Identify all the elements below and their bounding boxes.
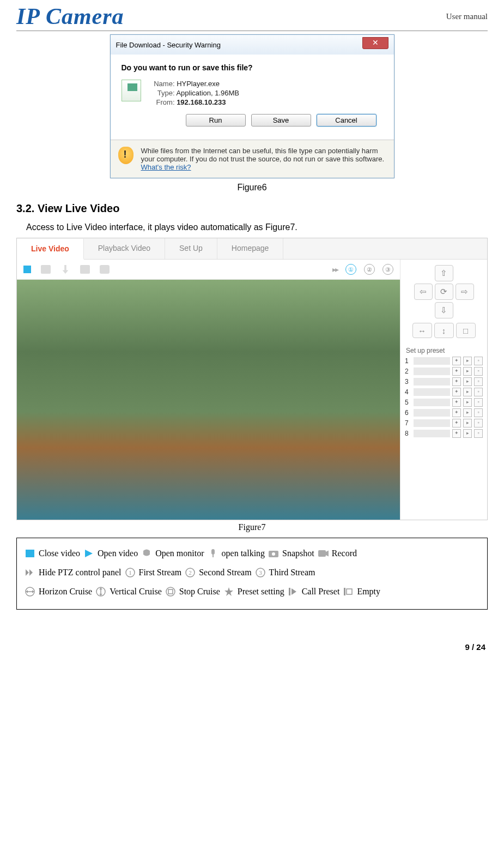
preset-input[interactable]	[414, 399, 450, 406]
type-label: Type:	[149, 89, 175, 97]
save-button[interactable]: Save	[251, 114, 311, 127]
close-icon[interactable]: ✕	[362, 37, 388, 49]
svg-marker-28	[292, 588, 296, 595]
svg-marker-1	[85, 550, 93, 557]
preset-set-icon[interactable]: ✦	[452, 367, 461, 376]
preset-set-icon[interactable]: ✦	[452, 377, 461, 386]
svg-marker-23	[99, 594, 102, 595]
preset-call-icon[interactable]: ▸	[463, 367, 472, 376]
preset-set-icon[interactable]: ✦	[452, 429, 461, 438]
page-number: 9 / 24	[16, 642, 488, 652]
preset-empty-icon[interactable]: ▫	[474, 408, 483, 417]
preset-set-icon[interactable]: ✦	[452, 388, 461, 396]
preset-call-icon[interactable]: ▸	[463, 419, 472, 427]
preset-set-icon[interactable]: ✦	[452, 419, 461, 427]
access-text: Access to Live Video interface, it plays…	[26, 222, 488, 232]
preset-input[interactable]	[414, 409, 450, 417]
svg-marker-22	[99, 588, 102, 589]
svg-marker-26	[224, 587, 233, 596]
legend-snapshot: Snapshot	[282, 544, 314, 563]
stream-1[interactable]: ①	[345, 264, 356, 275]
svg-rect-6	[318, 550, 326, 557]
svg-marker-19	[32, 590, 34, 593]
svg-text:2: 2	[189, 569, 192, 576]
preset-call-icon[interactable]: ▸	[463, 408, 472, 417]
preset-empty-icon[interactable]: ▫	[474, 419, 483, 427]
legend-empty: Empty	[357, 582, 380, 601]
legend-vertical-cruise: Vertical Cruise	[110, 582, 162, 601]
legend-horizon-cruise: Horizon Cruise	[39, 582, 92, 601]
snapshot-icon[interactable]	[80, 265, 90, 274]
stream-3[interactable]: ③	[382, 264, 393, 275]
second-stream-icon: 2	[185, 568, 196, 577]
preset-set-icon[interactable]: ✦	[452, 408, 461, 417]
preset-call-icon[interactable]: ▸	[463, 398, 472, 407]
ptz-up[interactable]: ⇧	[435, 265, 453, 281]
preset-set-icon[interactable]: ✦	[452, 398, 461, 407]
ptz-right[interactable]: ⇨	[456, 284, 474, 300]
tab-setup[interactable]: Set Up	[165, 238, 217, 259]
preset-empty-icon[interactable]: ▫	[474, 377, 483, 386]
svg-rect-30	[347, 589, 352, 594]
dialog-question: Do you want to run or save this file?	[122, 63, 383, 72]
preset-call-icon[interactable]: ▸	[463, 429, 472, 438]
preset-input[interactable]	[414, 430, 450, 437]
preset-input[interactable]	[414, 419, 450, 427]
risk-link[interactable]: What's the risk?	[141, 163, 191, 171]
tab-live-video[interactable]: Live Video	[17, 239, 84, 260]
legend-open-video: Open video	[98, 544, 138, 563]
record-icon[interactable]	[100, 265, 110, 274]
from-label: From:	[149, 98, 175, 106]
preset-row: 2✦▸▫	[405, 367, 483, 376]
stream-2[interactable]: ②	[364, 264, 375, 275]
preset-set-icon[interactable]: ✦	[452, 357, 461, 365]
cancel-button[interactable]: Cancel	[317, 114, 377, 127]
preset-input[interactable]	[414, 388, 450, 396]
tab-playback-video[interactable]: Playback Video	[84, 238, 165, 259]
hide-ptz-icon	[25, 568, 35, 577]
legend-stop-cruise: Stop Cruise	[179, 582, 220, 601]
ptz-sidebar: ⇧ ⇦ ⟳ ⇨ ⇩ ↔ ↕ □ Set up preset 1✦▸▫	[400, 260, 487, 520]
preset-input[interactable]	[414, 378, 450, 386]
open-talking-icon	[208, 549, 218, 558]
hide-ptz-icon[interactable]: ▸▸	[332, 265, 338, 274]
snapshot-icon	[268, 549, 279, 558]
open-monitor-icon	[141, 549, 152, 558]
open-monitor-icon[interactable]	[41, 265, 51, 274]
run-button[interactable]: Run	[186, 114, 246, 127]
preset-empty-icon[interactable]: ▫	[474, 367, 483, 376]
preset-call-icon[interactable]: ▸	[463, 388, 472, 396]
preset-input[interactable]	[414, 368, 450, 375]
logo: IP Camera	[16, 3, 124, 29]
legend-first-stream: First Stream	[139, 563, 182, 582]
ptz-stop[interactable]: □	[456, 323, 476, 338]
close-video-icon[interactable]	[23, 266, 31, 273]
open-talking-icon[interactable]	[60, 265, 70, 274]
svg-rect-27	[289, 588, 290, 595]
preset-empty-icon[interactable]: ▫	[474, 398, 483, 407]
legend-close-video: Close video	[39, 544, 80, 563]
preset-input[interactable]	[414, 357, 450, 365]
warning-text: While files from the Internet can be use…	[141, 147, 386, 171]
preset-call-icon[interactable]: ▸	[463, 377, 472, 386]
preset-empty-icon[interactable]: ▫	[474, 357, 483, 365]
preset-call-icon[interactable]: ▸	[463, 357, 472, 365]
svg-marker-18	[26, 590, 28, 593]
ptz-hscan[interactable]: ↔	[412, 323, 432, 338]
preset-title: Set up preset	[406, 347, 483, 354]
preset-row: 8✦▸▫	[405, 429, 483, 438]
video-frame	[17, 280, 400, 520]
preset-list: 1✦▸▫ 2✦▸▫ 3✦▸▫ 4✦▸▫ 5✦▸▫ 6✦▸▫ 7✦▸▫ 8✦▸▫	[405, 357, 483, 438]
ptz-center[interactable]: ⟳	[435, 284, 453, 300]
ptz-left[interactable]: ⇦	[414, 284, 433, 300]
ptz-down[interactable]: ⇩	[435, 302, 453, 318]
file-download-dialog: File Download - Security Warning ✕ Do yo…	[110, 34, 394, 178]
preset-row: 7✦▸▫	[405, 419, 483, 427]
live-video-ui: Live Video Playback Video Set Up Homepag…	[16, 238, 488, 520]
preset-empty-icon[interactable]: ▫	[474, 388, 483, 396]
legend-second-stream: Second Stream	[199, 563, 251, 582]
from-value: 192.168.10.233	[177, 98, 226, 106]
tab-homepage[interactable]: Homepage	[217, 238, 284, 259]
preset-empty-icon[interactable]: ▫	[474, 429, 483, 438]
ptz-vscan[interactable]: ↕	[434, 323, 454, 338]
